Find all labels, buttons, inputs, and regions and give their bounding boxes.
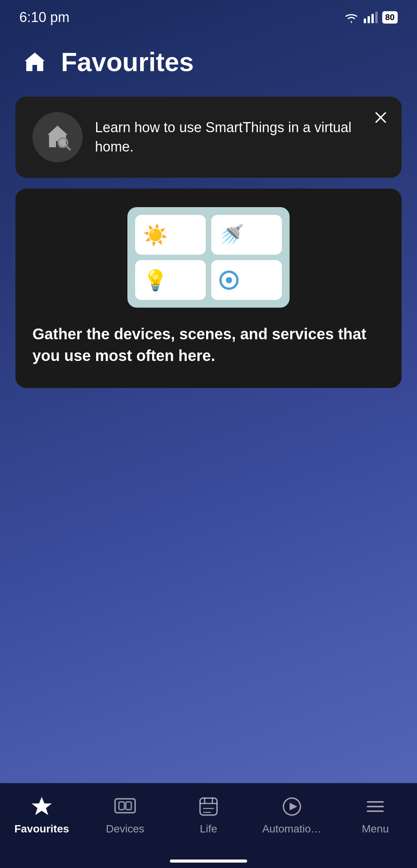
svg-marker-21 — [290, 803, 297, 810]
nav-item-automations[interactable]: Automatio… — [250, 795, 334, 835]
bulb-icon: 💡 — [143, 270, 168, 290]
nav-label-devices: Devices — [106, 823, 144, 835]
nav-item-life[interactable]: Life — [167, 795, 250, 835]
close-button[interactable] — [371, 107, 391, 128]
svg-marker-10 — [32, 797, 52, 815]
status-icons: 80 — [344, 11, 398, 24]
status-time: 6:10 pm — [19, 9, 70, 26]
svg-point-9 — [226, 277, 232, 283]
shower-icon: 🚿 — [219, 225, 244, 245]
svg-rect-12 — [119, 802, 124, 810]
wifi-icon — [344, 12, 359, 23]
bottom-home-indicator — [170, 859, 247, 863]
svg-rect-11 — [115, 799, 135, 813]
svg-rect-3 — [375, 12, 378, 23]
svg-rect-2 — [371, 14, 374, 23]
svg-rect-0 — [364, 19, 366, 23]
nav-label-automations: Automatio… — [262, 823, 322, 835]
nav-item-menu[interactable]: Menu — [334, 795, 417, 835]
device-grid-preview: ☀️ 🚿 💡 — [127, 207, 290, 308]
nav-label-menu: Menu — [362, 823, 389, 835]
header: Favourites — [0, 31, 417, 89]
svg-rect-13 — [126, 802, 131, 810]
nav-label-life: Life — [200, 823, 217, 835]
home-icon — [19, 46, 50, 77]
banner-icon — [32, 112, 83, 162]
tile-ring — [211, 260, 282, 300]
banner-text: Learn how to use SmartThings in a virtua… — [95, 118, 385, 157]
ring-icon — [219, 270, 239, 290]
bottom-nav: Favourites Devices Life Automatio… — [0, 783, 417, 868]
tile-bulb: 💡 — [135, 260, 206, 300]
svg-rect-1 — [368, 16, 370, 23]
sun-icon: ☀️ — [143, 225, 168, 245]
info-card-text: Gather the devices, scenes, and services… — [32, 323, 385, 366]
page-title: Favourites — [61, 47, 194, 77]
tile-shower: 🚿 — [211, 215, 282, 255]
svg-line-5 — [66, 146, 70, 150]
battery-level: 80 — [385, 12, 395, 22]
banner-card: Learn how to use SmartThings in a virtua… — [15, 97, 402, 178]
status-bar: 6:10 pm 80 — [0, 0, 417, 31]
battery-icon: 80 — [382, 11, 398, 24]
nav-item-devices[interactable]: Devices — [83, 795, 167, 835]
main-content: Learn how to use SmartThings in a virtua… — [0, 89, 417, 396]
signal-icon — [364, 12, 378, 23]
nav-label-favourites: Favourites — [14, 823, 69, 835]
info-card: ☀️ 🚿 💡 Gather the devices, scenes, and s… — [15, 189, 402, 388]
tile-sun: ☀️ — [135, 215, 206, 255]
nav-item-favourites[interactable]: Favourites — [0, 795, 83, 835]
